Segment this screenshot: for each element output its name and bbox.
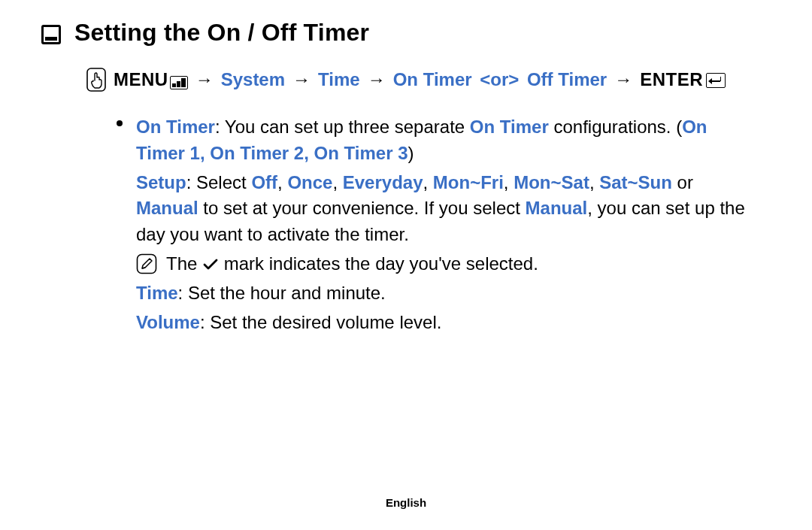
opt-manual: Manual: [136, 198, 198, 218]
arrow-icon: →: [292, 69, 311, 90]
nav-off-timer: Off Timer: [527, 69, 607, 89]
on-timer-term2: On Timer: [470, 117, 549, 137]
note-pencil-icon: [136, 253, 157, 274]
opt-manual2: Manual: [526, 198, 588, 218]
body-content: On Timer: You can set up three separate …: [117, 111, 748, 338]
setup-term: Setup: [136, 172, 186, 192]
nav-or: <or>: [480, 69, 519, 89]
time-paragraph: Time: Set the hour and minute.: [136, 280, 748, 307]
manual-page: Setting the On / Off Timer MENU → System…: [0, 0, 812, 530]
opt-everyday: Everyday: [343, 172, 423, 192]
navigation-path: MENU → System → Time → On Timer <or> Off…: [86, 68, 771, 92]
opt-off: Off: [251, 172, 277, 192]
on-timer-term: On Timer: [136, 117, 215, 137]
nav-enter-label: ENTER: [640, 69, 703, 89]
checkmark-icon: [202, 258, 219, 271]
opt-monfri: Mon~Fri: [433, 172, 504, 192]
time-term: Time: [136, 283, 178, 303]
opt-once: Once: [287, 172, 332, 192]
volume-paragraph: Volume: Set the desired volume level.: [136, 310, 748, 336]
touch-hand-icon: [86, 68, 106, 92]
arrow-icon: →: [368, 69, 386, 90]
nav-system: System: [221, 69, 285, 90]
arrow-icon: →: [614, 69, 632, 90]
nav-menu-label: MENU: [114, 69, 168, 89]
page-title: Setting the On / Off Timer: [74, 19, 369, 47]
nav-on-timer: On Timer: [393, 69, 472, 89]
section-checkbox-icon: [41, 25, 61, 44]
svg-line-2: [142, 268, 145, 268]
opt-satsun: Sat~Sun: [599, 172, 672, 192]
arrow-icon: →: [195, 69, 214, 90]
heading-row: Setting the On / Off Timer: [41, 19, 771, 47]
on-timer-paragraph: On Timer: You can set up three separate …: [136, 114, 748, 167]
bullet-icon: [117, 120, 123, 126]
note-row: The mark indicates the day you've select…: [136, 251, 748, 277]
on-timer-3-term: On Timer 3: [314, 143, 408, 163]
opt-monsat: Mon~Sat: [514, 172, 589, 192]
footer-language: English: [0, 496, 812, 509]
bullet-item: On Timer: You can set up three separate …: [117, 111, 748, 338]
nav-time: Time: [318, 69, 360, 90]
menu-bars-icon: [170, 76, 188, 89]
volume-term: Volume: [136, 312, 200, 332]
on-timer-2-term: On Timer 2: [210, 143, 304, 163]
enter-key-icon: [706, 73, 726, 88]
svg-rect-1: [138, 255, 156, 274]
note-text: The mark indicates the day you've select…: [166, 251, 538, 277]
setup-paragraph: Setup: Select Off, Once, Everyday, Mon~F…: [136, 170, 748, 248]
bullet-text: On Timer: You can set up three separate …: [136, 111, 748, 338]
